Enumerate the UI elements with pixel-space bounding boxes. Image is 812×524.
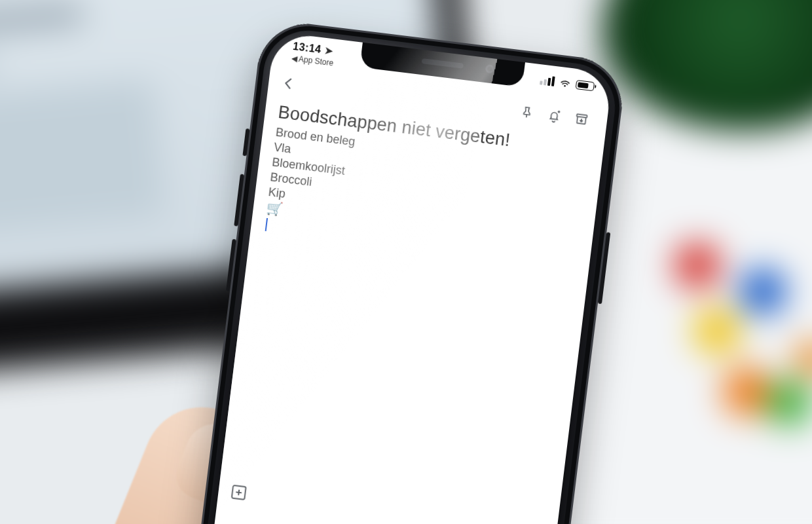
photo-scene: 13:14 ➤ ◀ App Store (0, 0, 812, 524)
archive-icon (574, 111, 590, 128)
chevron-left-icon (280, 75, 297, 92)
candy-blue (740, 269, 786, 314)
undo-redo-row (213, 505, 555, 524)
archive-button[interactable] (566, 104, 597, 135)
reminder-button[interactable] (539, 101, 570, 132)
notes-app: Boodschappen niet vergeten! Brood en bel… (201, 31, 613, 524)
candy-green (766, 380, 812, 426)
candy-red (674, 242, 720, 288)
back-button[interactable] (274, 69, 303, 98)
candy-orange (723, 367, 773, 417)
pin-button[interactable] (511, 98, 542, 128)
bell-add-icon (546, 108, 563, 124)
pin-icon (519, 105, 535, 121)
text-cursor (265, 218, 268, 231)
candy-yellow (694, 308, 740, 354)
add-content-button[interactable] (229, 483, 251, 504)
svg-rect-0 (577, 114, 587, 118)
add-box-icon (229, 483, 248, 502)
phone-screen: 13:14 ➤ ◀ App Store (201, 31, 613, 524)
